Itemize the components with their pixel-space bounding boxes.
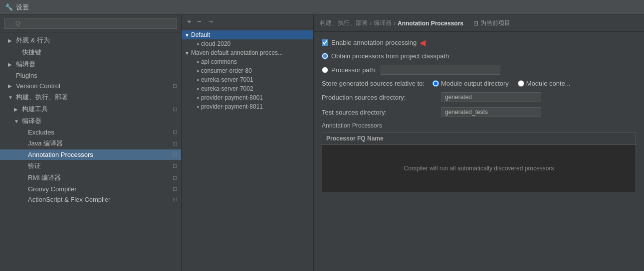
module-content-radio[interactable] — [518, 80, 524, 87]
tree-item-api-commons[interactable]: ▪ api-commons — [182, 57, 313, 66]
arrow-icon: ▶ — [8, 62, 14, 67]
main-container: 🔍 ▶ 外观 & 行为 快捷键 ▶ 编辑器 Plugi — [0, 15, 644, 271]
module-icon: ▪ — [197, 41, 199, 47]
reset-icon: ⊡ — [173, 163, 177, 169]
arrow-icon: ▶ — [14, 107, 20, 112]
tree-item-label: provider-payment-8011 — [201, 103, 263, 110]
search-input[interactable] — [4, 18, 177, 29]
module-output-label: Module output directory — [441, 80, 509, 87]
sidebar-item-label: Java 编译器 — [28, 139, 63, 148]
arrow-icon: ▼ — [8, 95, 14, 100]
processor-path-label[interactable]: Processor path: — [322, 66, 377, 74]
tree-panel: + − → ▼ Default ▪ cloud-2020 ▼ Maven def… — [182, 15, 314, 271]
window-title: 设置 — [16, 3, 29, 12]
module-icon: ▪ — [197, 95, 199, 101]
tree-arrow-icon: ▼ — [185, 50, 190, 56]
store-generated-label: Store generated sources relative to: — [322, 80, 425, 87]
sidebar-item-build-tools[interactable]: ▶ 构建工具 ⊡ — [0, 103, 181, 115]
sidebar-item-label: RMI 编译器 — [28, 173, 61, 182]
sidebar-item-label: 快捷键 — [22, 48, 41, 57]
tree-item-label: api-commons — [201, 58, 237, 65]
tree-item-provider-8011[interactable]: ▪ provider-payment-8011 — [182, 102, 313, 111]
sidebar-item-build[interactable]: ▼ 构建、执行、部署 — [0, 91, 181, 103]
enable-annotation-row: Enable annotation processing ◀ — [322, 38, 636, 47]
tree-item-consumer-order-80[interactable]: ▪ consumer-order-80 — [182, 66, 313, 75]
tree-item-eureka-7001[interactable]: ▪ eureka-server-7001 — [182, 75, 313, 84]
reset-icon: ⊡ — [173, 186, 177, 192]
navigate-button[interactable]: → — [206, 17, 215, 25]
obtain-processors-label[interactable]: Obtain processors from project classpath — [322, 52, 449, 60]
search-box: 🔍 — [0, 15, 181, 32]
sidebar-item-annotation-processors[interactable]: Annotation Processors ⊡ — [0, 149, 181, 160]
processor-path-radio[interactable] — [322, 67, 328, 73]
project-icon: ⊡ — [473, 20, 478, 27]
annotation-processors-section-title: Annotation Processors — [322, 122, 636, 129]
module-icon: ▪ — [197, 59, 199, 65]
ap-table-empty-message: Compiler will run all automatically disc… — [322, 145, 636, 192]
tree-item-default[interactable]: ▼ Default — [182, 30, 313, 39]
sidebar-item-label: ActionScript & Flex Compiler — [28, 196, 110, 203]
arrow-icon: ▶ — [8, 38, 14, 43]
sidebar-item-excludes[interactable]: Excludes ⊡ — [0, 127, 181, 137]
reset-icon: ⊡ — [173, 151, 177, 158]
test-dir-label: Test sources directory: — [322, 109, 441, 116]
store-option1[interactable]: Module output directory — [432, 80, 509, 87]
project-label: 为当前项目 — [480, 19, 510, 27]
sidebar-item-label: 构建、执行、部署 — [16, 93, 68, 102]
tree-item-eureka-7002[interactable]: ▪ eureka-server-7002 — [182, 84, 313, 93]
breadcrumb-part1: 构建、执行、部署 — [320, 19, 368, 27]
sidebar-item-keymap[interactable]: 快捷键 — [0, 46, 181, 58]
tree-item-cloud-2020[interactable]: ▪ cloud-2020 — [182, 39, 313, 48]
tree-item-maven-default[interactable]: ▼ Maven default annotation proces... — [182, 48, 313, 57]
tree-arrow-icon: ▼ — [185, 32, 190, 38]
module-content-label: Module conte... — [526, 80, 571, 87]
arrow-icon: ▶ — [8, 83, 14, 89]
sidebar-item-label: 编辑器 — [16, 60, 35, 69]
sidebar-item-java-compiler[interactable]: Java 编译器 ⊡ — [0, 137, 181, 149]
sidebar-item-vcs[interactable]: ▶ Version Control ⊡ — [0, 81, 181, 91]
sidebar-item-label: Excludes — [28, 129, 54, 136]
production-dir-row: Production sources directory: — [322, 92, 636, 102]
sidebar-item-rmi-compiler[interactable]: RMI 编译器 ⊡ — [0, 172, 181, 184]
processor-path-input[interactable] — [381, 65, 500, 75]
add-button[interactable]: + — [186, 17, 193, 25]
tree-item-provider-8001[interactable]: ▪ provider-payment-8001 — [182, 93, 313, 102]
arrow-icon: ▼ — [14, 119, 20, 124]
sidebar-item-appearance[interactable]: ▶ 外观 & 行为 — [0, 34, 181, 46]
enable-annotation-checkbox[interactable] — [322, 39, 328, 46]
enable-annotation-label[interactable]: Enable annotation processing — [322, 39, 417, 46]
reset-icon: ⊡ — [173, 129, 177, 136]
tree-item-label: eureka-server-7001 — [201, 76, 253, 83]
module-icon: ▪ — [197, 77, 199, 83]
search-wrapper: 🔍 — [4, 18, 177, 29]
remove-button[interactable]: − — [196, 17, 203, 25]
sidebar-item-editor[interactable]: ▶ 编辑器 — [0, 58, 181, 70]
tree-item-label: eureka-server-7002 — [201, 85, 253, 92]
obtain-processors-radio[interactable] — [322, 53, 328, 59]
sidebar-item-compiler[interactable]: ▼ 编译器 — [0, 115, 181, 127]
sidebar-item-label: Plugins — [16, 72, 37, 79]
module-output-radio[interactable] — [432, 80, 439, 87]
sidebar-item-validation[interactable]: 验证 ⊡ — [0, 160, 181, 172]
reset-icon: ⊡ — [173, 196, 177, 203]
processor-path-row: Processor path: — [322, 65, 636, 75]
red-arrow-indicator: ◀ — [420, 38, 426, 47]
sidebar-item-label: 外观 & 行为 — [16, 36, 50, 45]
test-dir-input[interactable] — [441, 107, 541, 117]
sidebar-item-actionscript-compiler[interactable]: ActionScript & Flex Compiler ⊡ — [0, 194, 181, 205]
tree-item-label: cloud-2020 — [201, 40, 230, 47]
store-generated-row: Store generated sources relative to: Mod… — [322, 80, 636, 87]
settings-content: Enable annotation processing ◀ Obtain pr… — [314, 32, 644, 271]
tree-item-label: consumer-order-80 — [201, 67, 252, 74]
processor-path-text: Processor path: — [331, 66, 377, 74]
sidebar: 🔍 ▶ 外观 & 行为 快捷键 ▶ 编辑器 Plugi — [0, 15, 182, 271]
sidebar-item-plugins[interactable]: Plugins — [0, 70, 181, 81]
module-icon: ▪ — [197, 104, 199, 110]
obtain-processors-row: Obtain processors from project classpath — [322, 52, 636, 60]
enable-annotation-text: Enable annotation processing — [331, 39, 417, 46]
store-option2[interactable]: Module conte... — [518, 80, 571, 87]
production-dir-input[interactable] — [441, 92, 541, 102]
sidebar-item-label: 验证 — [28, 161, 41, 170]
sidebar-item-groovy-compiler[interactable]: Groovy Compiler ⊡ — [0, 184, 181, 194]
app-icon: 🔧 — [5, 3, 13, 11]
